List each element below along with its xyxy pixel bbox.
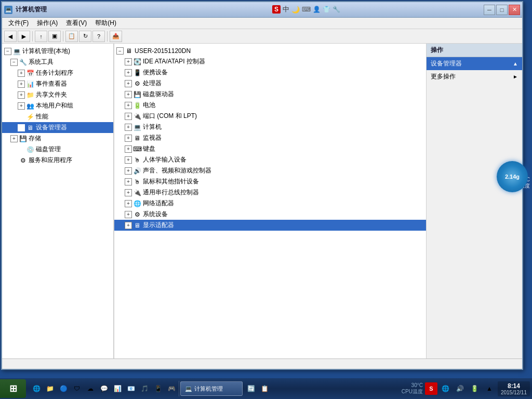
forward-button[interactable]: ► [18, 31, 30, 42]
taskbar-icon-extra1[interactable]: 🔄 [245, 382, 257, 395]
services-item[interactable]: ⚙ 服务和应用程序 [2, 155, 113, 166]
dev-hid-toggle[interactable]: + [125, 156, 132, 164]
storage-item[interactable]: + 💾 存储 [2, 133, 113, 144]
taskbar-icon-shield[interactable]: 🛡 [71, 382, 83, 395]
taskbar-icon-chat[interactable]: 💬 [98, 382, 110, 395]
shared-folders-toggle[interactable]: + [18, 91, 25, 99]
tray-s-icon[interactable]: S [425, 382, 437, 395]
tray-volume-icon[interactable]: 🔊 [454, 382, 467, 395]
shared-folders-item[interactable]: + 📁 共享文件夹 [2, 89, 113, 100]
dev-audio-toggle[interactable]: + [125, 167, 132, 175]
dev-disk-item[interactable]: + 💾 磁盘驱动器 [114, 89, 426, 100]
person-icon: 👤 [313, 6, 321, 13]
menu-action[interactable]: 操作(A) [33, 18, 62, 29]
device-root-item[interactable]: − 🖥 USER-20151120DN [114, 46, 426, 56]
dev-computer-toggle[interactable]: + [125, 124, 132, 131]
right-panel-device-manager[interactable]: 设备管理器 ▲ [427, 57, 522, 70]
tray-expand[interactable]: ▲ [483, 382, 496, 395]
dev-hid-item[interactable]: + 🖱 人体学输入设备 [114, 154, 426, 165]
taskbar-icon-app5[interactable]: 🎮 [165, 382, 178, 395]
taskbar-icon-app3[interactable]: 🎵 [138, 382, 151, 395]
menu-help[interactable]: 帮助(H) [91, 18, 121, 29]
tray-network-icon[interactable]: 🌐 [440, 382, 452, 395]
up-button[interactable]: ↑ [35, 31, 47, 42]
dev-portable-toggle[interactable]: + [125, 69, 132, 76]
dev-computer-label: 计算机 [143, 123, 162, 131]
storage-toggle[interactable]: + [10, 135, 18, 142]
dev-cpu-item[interactable]: + ⚙ 处理器 [114, 78, 426, 89]
shared-folders-label: 共享文件夹 [36, 90, 67, 99]
taskbar-icon-app4[interactable]: 📱 [152, 382, 164, 395]
event-viewer-item[interactable]: + 📊 事件查看器 [2, 78, 113, 89]
device-manager-item[interactable]: 🖥 设备管理器 [2, 122, 113, 133]
maximize-button[interactable]: □ [496, 5, 508, 15]
dev-disk-toggle[interactable]: + [125, 91, 132, 98]
system-tools-toggle[interactable]: − [10, 59, 18, 66]
dev-audio-item[interactable]: + 🔊 声音、视频和游戏控制器 [114, 165, 426, 176]
dev-system-toggle[interactable]: + [125, 211, 132, 218]
taskbar-icon-app1[interactable]: 📊 [111, 382, 124, 395]
performance-item[interactable]: ⚡ 性能 [2, 111, 113, 122]
system-tools-item[interactable]: − 🔧 系统工具 [2, 57, 113, 68]
more-ops-arrow: ► [513, 74, 518, 79]
dev-audio-label: 声音、视频和游戏控制器 [143, 166, 211, 175]
dev-usb-item[interactable]: + 🔌 通用串行总线控制器 [114, 187, 426, 198]
dev-system-item[interactable]: + ⚙ 系统设备 [114, 209, 426, 220]
event-viewer-toggle[interactable]: + [18, 81, 25, 88]
task-scheduler-item[interactable]: + 📅 任务计划程序 [2, 68, 113, 78]
dev-usb-toggle[interactable]: + [125, 189, 132, 196]
dev-battery-item[interactable]: + 🔋 电池 [114, 100, 426, 111]
tray-battery-icon[interactable]: 🔋 [469, 382, 481, 395]
taskbar-icon-extra2[interactable]: 📋 [258, 382, 271, 395]
menu-file[interactable]: 文件(F) [4, 18, 33, 29]
dev-mouse-item[interactable]: + 🖱 鼠标和其他指针设备 [114, 176, 426, 187]
system-tools-icon: 🔧 [19, 58, 27, 66]
dev-network-item[interactable]: + 🌐 网络适配器 [114, 198, 426, 209]
dev-mouse-toggle[interactable]: + [125, 178, 132, 185]
dev-system-label: 系统设备 [143, 210, 168, 219]
properties-button[interactable]: 📋 [65, 31, 78, 42]
dev-display-item[interactable]: + 🖥 显示适配器 [114, 220, 426, 231]
task-scheduler-toggle[interactable]: + [18, 70, 25, 77]
dev-port-item[interactable]: + 🔌 端口 (COM 和 LPT) [114, 111, 426, 122]
taskbar-window-button[interactable]: 💻 计算机管理 [180, 381, 243, 396]
root-toggle[interactable]: − [4, 48, 11, 55]
dev-network-toggle[interactable]: + [125, 200, 132, 207]
dev-monitor-toggle[interactable]: + [125, 135, 132, 142]
device-tree: − 🖥 USER-20151120DN + 💽 IDE ATA/ATAPI 控制… [114, 44, 426, 233]
dev-display-toggle[interactable]: + [125, 222, 132, 229]
dev-monitor-item[interactable]: + 🖥 监视器 [114, 132, 426, 143]
device-root-toggle[interactable]: − [116, 47, 124, 55]
tree-root-item[interactable]: − 💻 计算机管理(本地) [2, 46, 113, 57]
dev-keyboard-item[interactable]: + ⌨ 键盘 [114, 143, 426, 154]
clock[interactable]: 8:14 2015/12/11 [498, 381, 530, 396]
help-button[interactable]: ? [92, 31, 105, 42]
dev-port-toggle[interactable]: + [125, 113, 132, 120]
taskbar-icon-ie[interactable]: 🔵 [57, 382, 70, 395]
close-button[interactable]: ✕ [509, 5, 520, 15]
status-bar [2, 358, 522, 369]
dev-battery-toggle[interactable]: + [125, 102, 132, 109]
local-users-item[interactable]: + 👥 本地用户和组 [2, 100, 113, 111]
taskbar-icon-folder[interactable]: 📁 [44, 382, 56, 395]
minimize-button[interactable]: ─ [484, 5, 495, 15]
start-button[interactable]: ⊞ [0, 379, 26, 398]
taskbar-icon-cloud[interactable]: ☁ [84, 382, 97, 395]
taskbar-icon-app2[interactable]: 📧 [125, 382, 137, 395]
dev-ide-toggle[interactable]: + [125, 58, 132, 65]
menu-view[interactable]: 查看(V) [62, 18, 91, 29]
taskbar-icon-browser[interactable]: 🌐 [30, 382, 43, 395]
dev-portable-item[interactable]: + 📱 便携设备 [114, 67, 426, 78]
disk-mgmt-item[interactable]: 💿 磁盘管理 [2, 144, 113, 155]
back-button[interactable]: ◄ [4, 31, 17, 42]
action-button[interactable]: ▣ [48, 31, 61, 42]
refresh-button[interactable]: ↻ [79, 31, 91, 42]
dev-cpu-toggle[interactable]: + [125, 80, 132, 87]
right-panel-more[interactable]: 更多操作 ► [427, 70, 522, 83]
dev-computer-item[interactable]: + 💻 计算机 [114, 122, 426, 132]
local-users-icon: 👥 [26, 102, 34, 110]
export-button[interactable]: 📤 [110, 31, 122, 42]
dev-ide-item[interactable]: + 💽 IDE ATA/ATAPI 控制器 [114, 56, 426, 67]
dev-keyboard-toggle[interactable]: + [125, 145, 132, 153]
local-users-toggle[interactable]: + [18, 102, 25, 110]
